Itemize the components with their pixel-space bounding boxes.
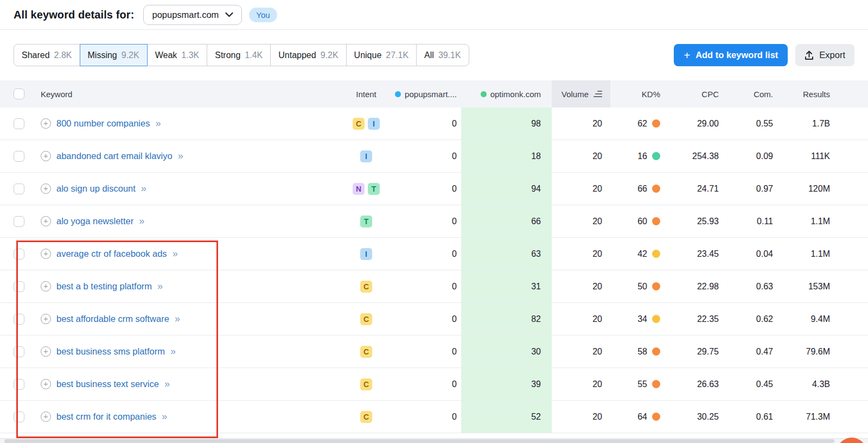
site-a-value: 0 xyxy=(391,184,461,194)
table-row: + best a b testing platform » C 0 31 20 … xyxy=(0,270,868,303)
site-a-value: 0 xyxy=(391,217,461,226)
row-checkbox[interactable] xyxy=(14,379,24,390)
export-upload-icon xyxy=(805,50,814,60)
column-header-site-a[interactable]: popupsmart.... xyxy=(391,90,461,99)
keyword-link[interactable]: best business text service xyxy=(56,379,159,389)
filter-tab-label: All xyxy=(424,50,434,60)
open-keyword-chevrons-icon[interactable]: » xyxy=(164,378,170,390)
com-value: 0.63 xyxy=(722,282,776,292)
keyword-link[interactable]: abandoned cart email klaviyo xyxy=(56,151,173,161)
filter-tab-missing[interactable]: Missing9.2K xyxy=(80,44,148,66)
column-header-keyword[interactable]: Keyword xyxy=(41,90,342,99)
expand-plus-icon[interactable]: + xyxy=(41,314,51,324)
site-b-value: 52 xyxy=(461,401,552,433)
intent-badge-i: I xyxy=(368,118,380,130)
row-checkbox[interactable] xyxy=(14,216,24,227)
column-header-site-b[interactable]: optimonk.com xyxy=(461,90,552,99)
add-to-keyword-list-button[interactable]: + Add to keyword list xyxy=(674,44,788,66)
column-header-volume-sorted[interactable]: Volume xyxy=(552,80,610,107)
kd-difficulty-dot-icon xyxy=(652,413,660,421)
row-checkbox[interactable] xyxy=(14,346,24,357)
results-value: 111K xyxy=(776,151,833,161)
open-keyword-chevrons-icon[interactable]: » xyxy=(178,150,183,162)
row-checkbox[interactable] xyxy=(14,412,24,422)
row-checkbox[interactable] xyxy=(14,249,24,260)
select-all-checkbox[interactable] xyxy=(14,88,24,99)
row-checkbox[interactable] xyxy=(14,314,24,325)
open-keyword-chevrons-icon[interactable]: » xyxy=(162,411,167,422)
filter-tab-weak[interactable]: Weak1.3K xyxy=(147,44,208,66)
results-value: 4.3B xyxy=(776,379,833,389)
open-keyword-chevrons-icon[interactable]: » xyxy=(173,248,178,260)
expand-plus-icon[interactable]: + xyxy=(41,249,51,259)
site-a-value: 0 xyxy=(391,412,461,422)
expand-plus-icon[interactable]: + xyxy=(41,379,51,389)
keyword-link[interactable]: best affordable crm software xyxy=(56,314,169,324)
kd-value: 42 xyxy=(637,249,647,259)
column-header-com[interactable]: Com. xyxy=(722,90,776,99)
row-checkbox[interactable] xyxy=(14,183,24,194)
site-b-value: 31 xyxy=(461,270,552,302)
export-button[interactable]: Export xyxy=(795,44,854,66)
row-checkbox[interactable] xyxy=(14,151,24,162)
keyword-link[interactable]: 800 number companies xyxy=(56,118,150,129)
intent-badge-c: C xyxy=(360,313,372,325)
you-badge: You xyxy=(249,8,277,22)
keyword-link[interactable]: best crm for it companies xyxy=(56,412,156,422)
volume-value: 20 xyxy=(552,249,610,259)
expand-plus-icon[interactable]: + xyxy=(41,346,51,357)
expand-plus-icon[interactable]: + xyxy=(41,151,51,161)
expand-plus-icon[interactable]: + xyxy=(41,412,51,422)
results-value: 1.1M xyxy=(776,217,833,226)
intent-badge-c: C xyxy=(353,118,365,130)
kd-value: 60 xyxy=(637,217,647,226)
filter-tabs: Shared2.8KMissing9.2KWeak1.3KStrong1.4KU… xyxy=(14,44,469,66)
intent-badges: T xyxy=(342,216,391,227)
kd-difficulty-dot-icon xyxy=(652,152,660,160)
open-keyword-chevrons-icon[interactable]: » xyxy=(139,216,144,227)
row-checkbox[interactable] xyxy=(14,118,24,129)
keyword-link[interactable]: alo yoga newsletter xyxy=(56,216,133,226)
domain-dropdown[interactable]: popupsmart.com xyxy=(143,5,242,25)
results-value: 71.3M xyxy=(776,412,833,422)
cpc-value: 26.63 xyxy=(670,379,722,389)
expand-plus-icon[interactable]: + xyxy=(41,281,51,292)
column-header-kd[interactable]: KD% xyxy=(610,90,670,99)
cpc-value: 22.98 xyxy=(670,282,722,292)
open-keyword-chevrons-icon[interactable]: » xyxy=(155,118,161,129)
toolbar-actions: + Add to keyword list Export xyxy=(674,44,854,66)
column-header-intent[interactable]: Intent xyxy=(342,90,391,99)
volume-value: 20 xyxy=(552,151,610,161)
results-value: 153M xyxy=(776,282,833,292)
intent-badges: C xyxy=(342,346,391,358)
keyword-link[interactable]: alo sign up discount xyxy=(56,183,136,194)
open-keyword-chevrons-icon[interactable]: » xyxy=(175,313,180,325)
kd-difficulty-dot-icon xyxy=(652,119,660,128)
filter-tab-unique[interactable]: Unique27.1K xyxy=(346,44,417,66)
intent-badges: CI xyxy=(342,118,391,130)
intent-badges: C xyxy=(342,313,391,325)
filter-tab-shared[interactable]: Shared2.8K xyxy=(14,44,80,66)
open-keyword-chevrons-icon[interactable]: » xyxy=(157,281,163,292)
table-row: + best affordable crm software » C 0 82 … xyxy=(0,303,868,336)
kd-difficulty-dot-icon xyxy=(652,250,660,258)
site-b-value: 66 xyxy=(461,205,552,237)
row-checkbox[interactable] xyxy=(14,281,24,292)
open-keyword-chevrons-icon[interactable]: » xyxy=(141,183,146,194)
filter-tab-untapped[interactable]: Untapped9.2K xyxy=(270,44,346,66)
filter-tab-strong[interactable]: Strong1.4K xyxy=(207,44,271,66)
com-value: 0.97 xyxy=(722,184,776,194)
open-keyword-chevrons-icon[interactable]: » xyxy=(170,346,176,357)
column-header-cpc[interactable]: CPC xyxy=(670,90,722,99)
horizontal-scrollbar-thumb[interactable] xyxy=(4,439,834,443)
keyword-link[interactable]: best a b testing platform xyxy=(56,281,152,292)
filter-tab-all[interactable]: All39.1K xyxy=(416,44,469,66)
expand-plus-icon[interactable]: + xyxy=(41,183,51,194)
keyword-link[interactable]: average ctr of facebook ads xyxy=(56,249,167,259)
expand-plus-icon[interactable]: + xyxy=(41,216,51,226)
filter-tab-count: 9.2K xyxy=(321,50,339,60)
column-header-results[interactable]: Results xyxy=(776,90,833,99)
keyword-link[interactable]: best business sms platform xyxy=(56,346,165,357)
site-a-value: 0 xyxy=(391,379,461,389)
expand-plus-icon[interactable]: + xyxy=(41,118,51,129)
